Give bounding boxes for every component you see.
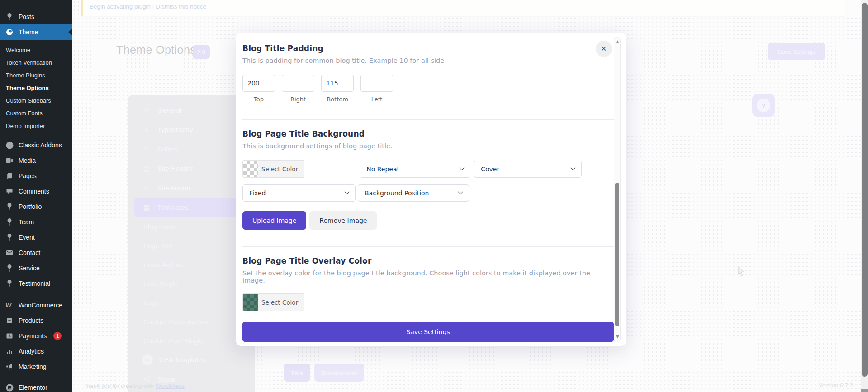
sidebar-item-theme[interactable]: Theme bbox=[0, 24, 72, 40]
tab-post-single[interactable]: Post Single bbox=[128, 274, 255, 293]
dismiss-notice-link[interactable]: Dismiss this notice bbox=[156, 3, 206, 10]
update-count-badge: 1 bbox=[53, 332, 62, 340]
templates-icon: ▦ bbox=[142, 203, 151, 212]
sidebar-item-service[interactable]: Service bbox=[0, 260, 72, 276]
padding-top-input[interactable] bbox=[242, 75, 275, 92]
svg-text:c: c bbox=[9, 143, 10, 147]
sidebar-item-comments[interactable]: Comments bbox=[0, 184, 72, 199]
save-settings-button-top[interactable]: Save Settings bbox=[768, 43, 825, 60]
help-button[interactable]: ? bbox=[752, 94, 775, 117]
background-position-select[interactable]: Background Position bbox=[358, 184, 469, 202]
sidebar-item-contact[interactable]: Contact bbox=[0, 245, 72, 260]
modal-scrollbar[interactable] bbox=[614, 37, 621, 342]
tab-page-404[interactable]: Page 404 bbox=[128, 236, 255, 255]
sidebar-item-elementor[interactable]: Elementor bbox=[0, 380, 72, 392]
pen-icon: ✎ bbox=[142, 145, 151, 153]
page-scrollbar-thumb[interactable] bbox=[862, 3, 868, 377]
tab-site-header[interactable]: ▤Site Header bbox=[128, 159, 255, 178]
tab-custom-post-single[interactable]: Custom Post Single bbox=[128, 331, 255, 350]
background-repeat-select[interactable]: No Repeat bbox=[360, 161, 470, 178]
close-icon: ✕ bbox=[601, 45, 607, 53]
theme-icon bbox=[5, 28, 14, 36]
section-title-background: Blog Page Title Background bbox=[242, 129, 614, 138]
sidebar-item-pages[interactable]: Pages bbox=[0, 168, 72, 184]
wordpress-link[interactable]: WordPress bbox=[156, 383, 185, 389]
background-select-color-button[interactable]: Select Color bbox=[242, 160, 304, 178]
sidebar-item-payments[interactable]: $ Payments 1 bbox=[0, 328, 72, 344]
tab-colors[interactable]: ✎Colors bbox=[128, 139, 255, 159]
typography-icon: A bbox=[142, 126, 151, 133]
submenu-item-theme-plugins[interactable]: Theme Plugins bbox=[0, 69, 72, 81]
tab-custom-posts-archive[interactable]: Custom Posts Archive bbox=[128, 312, 255, 331]
sidebar-item-posts[interactable]: Posts bbox=[0, 9, 72, 24]
transparent-swatch bbox=[243, 161, 258, 177]
chevron-down-icon bbox=[460, 165, 465, 170]
svg-text:$: $ bbox=[9, 334, 11, 338]
sidebar-item-classic-addons[interactable]: c Classic Addons bbox=[0, 137, 72, 153]
tab-posts-archive[interactable]: Posts Archive bbox=[128, 255, 255, 274]
submenu-item-custom-sidebars[interactable]: Custom Sidebars bbox=[0, 94, 72, 107]
modal-scrollbar-thumb[interactable] bbox=[615, 183, 619, 326]
submenu-item-theme-options[interactable]: Theme Options bbox=[0, 81, 72, 94]
background-attachment-select[interactable]: Fixed bbox=[242, 184, 356, 202]
sidebar-item-portfolio[interactable]: Portfolio bbox=[0, 199, 72, 214]
version-badge: 2.0 bbox=[193, 45, 210, 59]
sidebar-item-team[interactable]: Team bbox=[0, 214, 72, 230]
tab-general[interactable]: ⚙General bbox=[128, 100, 255, 120]
page-scrollbar-end bbox=[861, 389, 868, 392]
chevron-down-icon bbox=[458, 189, 463, 194]
padding-bottom-input[interactable] bbox=[321, 75, 354, 92]
padding-right-input[interactable] bbox=[282, 75, 314, 92]
header-icon: ▤ bbox=[142, 165, 151, 173]
pin-icon bbox=[5, 233, 14, 241]
overlay-select-color-button[interactable]: Select Color bbox=[242, 293, 304, 311]
sidebar-item-woocommerce[interactable]: W WooCommerce bbox=[0, 298, 72, 313]
chevron-down-icon bbox=[571, 165, 576, 170]
pin-icon bbox=[5, 264, 14, 272]
sidebar-item-analytics[interactable]: Analytics bbox=[0, 344, 72, 359]
sidebar-item-testimonial[interactable]: Testimonial bbox=[0, 276, 72, 291]
mouse-cursor bbox=[738, 266, 745, 276]
products-icon bbox=[5, 316, 14, 325]
section-desc: Set the overlay color for the blog page … bbox=[242, 269, 600, 284]
submenu-item-custom-fonts[interactable]: Custom Fonts bbox=[0, 107, 72, 119]
submenu-item-demo-importer[interactable]: Demo Importer bbox=[0, 119, 72, 132]
close-button[interactable]: ✕ bbox=[596, 41, 612, 57]
question-mark-icon: ? bbox=[757, 99, 770, 112]
blog-settings-modal: ✕ Blog Title Padding This is padding for… bbox=[236, 33, 626, 346]
notice-text: The following recommended plugin is curr… bbox=[90, 0, 839, 1]
breadcrumb-button[interactable]: Breadcrumb bbox=[314, 364, 364, 382]
analytics-icon bbox=[5, 347, 14, 355]
save-settings-button[interactable]: Save Settings bbox=[242, 322, 614, 342]
tab-cea-templates[interactable]: cACEA Templates bbox=[128, 350, 255, 369]
chevron-down-icon bbox=[344, 189, 349, 194]
tab-typography[interactable]: ATypography bbox=[128, 120, 255, 139]
sidebar-item-products[interactable]: Products bbox=[0, 313, 72, 328]
pin-icon bbox=[5, 203, 14, 211]
gear-icon: ⚙ bbox=[142, 106, 151, 114]
sidebar-item-media[interactable]: Media bbox=[0, 153, 72, 168]
tab-templates[interactable]: ▦Templates bbox=[134, 198, 236, 217]
scroll-down-arrow-icon[interactable] bbox=[616, 335, 619, 339]
upload-image-button[interactable]: Upload Image bbox=[242, 211, 306, 230]
media-icon bbox=[5, 156, 14, 165]
padding-left-input[interactable] bbox=[360, 75, 393, 92]
begin-activating-plugin-link[interactable]: Begin activating plugin bbox=[90, 3, 151, 10]
bottom-label: Bottom bbox=[321, 96, 354, 103]
tab-site-footer[interactable]: ▥Site Footer bbox=[128, 178, 255, 198]
sidebar-item-marketing[interactable]: Marketing bbox=[0, 359, 72, 374]
tab-page[interactable]: Page bbox=[128, 293, 255, 312]
scroll-up-arrow-icon[interactable] bbox=[616, 40, 619, 43]
sidebar-item-label: Theme bbox=[19, 28, 38, 36]
page-title: Theme Options bbox=[116, 43, 196, 57]
submenu-item-welcome[interactable]: Welcome bbox=[0, 43, 72, 56]
background-size-select[interactable]: Cover bbox=[474, 161, 582, 178]
sidebar-item-event[interactable]: Event bbox=[0, 230, 72, 245]
page-scrollbar[interactable] bbox=[861, 0, 868, 392]
tab-blog-posts[interactable]: Blog Posts bbox=[128, 217, 255, 236]
admin-notice: The following recommended plugin is curr… bbox=[81, 0, 845, 16]
submenu-item-token-verification[interactable]: Token Verification bbox=[0, 56, 72, 69]
remove-image-button[interactable]: Remove Image bbox=[309, 211, 377, 230]
section-desc: This is padding for common blog title. E… bbox=[242, 57, 614, 64]
title-button[interactable]: Title bbox=[284, 364, 310, 382]
